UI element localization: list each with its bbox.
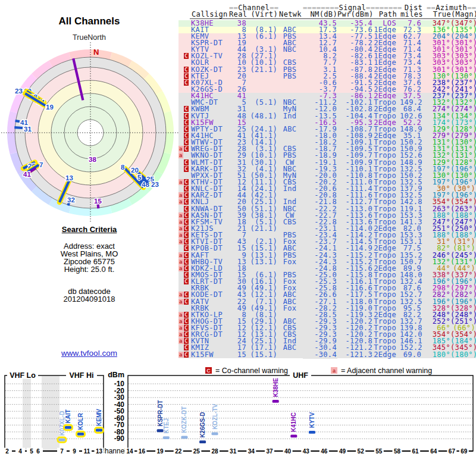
x-tick-label: 43 (303, 448, 310, 455)
radar-label-31: 31 (24, 126, 32, 133)
adjacent-channel-legend-text: = Adjacent channel warning (341, 367, 432, 375)
x-tick-label: 2 (5, 448, 9, 455)
table-body: K38HE3843.5-35.4LOS7.6347°(347°)KAIT8(8.… (178, 20, 476, 358)
signal-bar-KOZL-TV (212, 432, 218, 435)
signal-bar-K41HC (290, 434, 297, 437)
tvfool-link[interactable]: www.tvfool.com (61, 349, 117, 358)
radar-label-15: 15 (94, 198, 102, 205)
radar-signal-31 (14, 127, 23, 128)
page-title: All Channels (0, 15, 178, 27)
x-tick-label: 37 (266, 448, 273, 455)
spectrum-chart: -10-20-30-40-50-60-70-80-90dBmVHF LoVHF … (0, 363, 476, 457)
radar-label-19: 19 (46, 104, 54, 111)
col-nm: NM(dB) (303, 11, 337, 18)
x-tick-label: 4 (18, 448, 22, 455)
x-tick-label: 9 (73, 448, 76, 455)
x-tick-label: 64 (430, 448, 437, 455)
x-tick-label: 69 (461, 448, 468, 455)
x-tick-label: 55 (375, 448, 383, 455)
radar-label-41: 41 (23, 171, 31, 178)
x-tick-label: 16 (139, 448, 146, 455)
radar-label-20: 20 (131, 167, 139, 174)
x-tick-label: 31 (230, 448, 237, 455)
co-channel-legend-text: = Co-channel warning (215, 367, 288, 375)
band-label: VHF Hi (70, 371, 94, 380)
signal-bar-KOLR (77, 433, 84, 436)
bar-label-KOZK-DT: KOZK-DT (181, 406, 187, 433)
x-tick-label: 6 (36, 448, 40, 455)
x-tick-label: 5 (30, 448, 33, 455)
search-height: Height: 25.0 ft. (0, 265, 178, 274)
north-letter: N (93, 48, 99, 57)
bar-label-KEMV: KEMV (96, 409, 102, 426)
col-magn: (Magn) (451, 11, 476, 18)
x-tick-label: 28 (211, 448, 218, 455)
x-tick-label: 52 (358, 448, 365, 455)
radar-label-23b: 23 (151, 181, 159, 188)
db-datecode-value: 201204091018 (0, 295, 178, 303)
col-pwr: Pwr(dBm) (337, 11, 373, 18)
search-criteria-heading: Search Criteria (0, 225, 178, 234)
radar-label-13: 13 (65, 174, 73, 181)
signal-bar-KTEJ (163, 436, 170, 439)
x-tick-label: 49 (339, 448, 346, 455)
signal-bar-K38HE (273, 400, 279, 403)
col-true: True (427, 11, 451, 18)
x-tick-label: 67 (449, 448, 456, 455)
col-virt: (Virt) (247, 11, 278, 18)
x-tick-label: 22 (175, 448, 182, 455)
radar-signal-41 (15, 121, 20, 121)
signal-bar-KYTV (309, 431, 315, 434)
tvfool-link-wrap: www.tvfool.com (0, 349, 178, 358)
radar-label-23: 23 (15, 87, 23, 95)
col-real: Real (229, 11, 247, 18)
y-tick-label: -90 (114, 434, 125, 443)
bar-label-KYTV: KYTV (309, 412, 315, 428)
bar-label-KOLR: KOLR (77, 412, 84, 430)
signal-bar-KEMV (96, 429, 102, 432)
x-tick-label: 61 (412, 448, 419, 455)
radar-label-7: 7 (39, 161, 43, 168)
x-tick-label: 58 (394, 448, 401, 455)
signal-bar-K07XL-D (59, 439, 65, 442)
x-tick-label: 14 (126, 448, 133, 455)
tvfool-report-page: All Channels TrueNorth N3823102844194131… (0, 0, 476, 457)
vhf-gap-band (23, 376, 31, 451)
radar-label-38: 38 (89, 156, 96, 163)
x-tick-label: 46 (321, 448, 328, 455)
signal-bar-KOZK-DT (181, 436, 187, 439)
signal-bar-KAIT (65, 426, 71, 429)
radar-plot: N3823102844194131267411332158205254823 (0, 36, 181, 223)
bar-label-KOZL-TV: KOZL-TV (212, 403, 218, 430)
radar-label-32: 32 (67, 196, 75, 204)
table-header-row-2: Callsign Real (Virt) Netwk NM(dB) Pwr(dB… (178, 11, 476, 18)
x-tick-label: 25 (193, 448, 201, 455)
col-path: Path (373, 11, 400, 18)
x-tick-label: 11 (84, 448, 90, 455)
bar-label-K26GS-D: K26GS-D (199, 412, 206, 437)
azimuth-true: 180° (426, 352, 450, 358)
x-tick-label: 7 (60, 448, 64, 455)
signal-table: ==Channel== ========Signal======== Dist … (178, 5, 476, 358)
y-axis-label: dBm (108, 371, 124, 379)
uhf-panel-box (128, 375, 473, 451)
table-row: aCK15FW15(15.1)-30.4-121.32Edge69.0180°(… (178, 352, 476, 358)
svg-text:C: C (206, 368, 211, 374)
col-callsign: Callsign (190, 11, 229, 18)
band-label: UHF (293, 371, 308, 380)
col-miles: miles (400, 11, 427, 18)
bar-label-K41HC: K41HC (290, 412, 297, 432)
x-tick-label: 40 (284, 448, 292, 455)
bar-label-KTEJ: KTEJ (163, 418, 170, 434)
col-netwk: Netwk (278, 11, 303, 18)
radar-label-8: 8 (121, 164, 125, 171)
bar-label-K07XL-D: K07XL-D (59, 411, 65, 436)
bar-label-K38HE: K38HE (273, 378, 279, 397)
x-tick-label: 34 (248, 448, 255, 455)
azimuth-magn: (180°) (450, 352, 475, 358)
x-tick-label: 13 (96, 448, 103, 455)
bar-label-KAIT: KAIT (65, 409, 71, 423)
band-label: VHF Lo (10, 371, 36, 380)
signal-bar-K26GS-D (199, 440, 206, 443)
x-tick-label: 19 (157, 448, 164, 455)
